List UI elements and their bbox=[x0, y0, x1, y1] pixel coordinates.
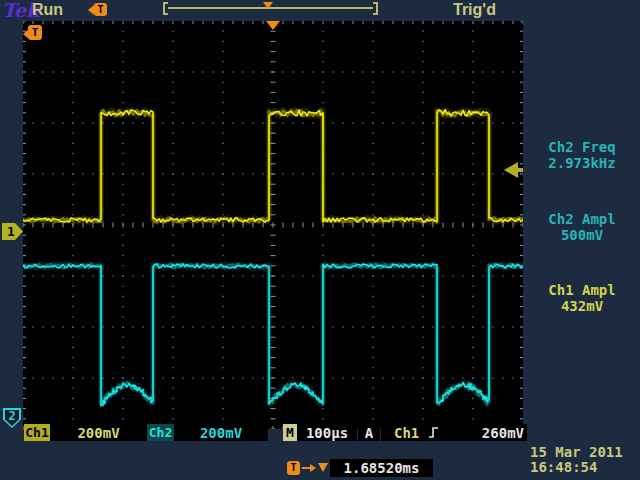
acquisition-window-bar bbox=[163, 2, 378, 16]
measurement-value: 500mV bbox=[524, 227, 640, 243]
right-arrow-head-icon bbox=[310, 464, 316, 472]
measurement-ch2-ampl: Ch2 Ampl 500mV bbox=[524, 211, 640, 243]
scope-screen: T bbox=[23, 21, 523, 429]
rising-edge-icon bbox=[428, 426, 439, 439]
offscreen-trigger-marker: T bbox=[23, 25, 43, 43]
timebase-badge: M bbox=[283, 424, 297, 441]
trigger-level-arrow-tail bbox=[517, 168, 523, 172]
ch1-ground-marker: 1 bbox=[2, 223, 23, 240]
acquire-mode-readout: A bbox=[358, 424, 380, 441]
waveform-display bbox=[23, 21, 523, 429]
trigger-level-value: 260mV bbox=[482, 424, 524, 442]
measurement-value: 432mV bbox=[524, 298, 640, 314]
date-display: 15 Mar 2011 bbox=[530, 445, 640, 460]
measurement-label: Ch1 Ampl bbox=[524, 282, 640, 298]
measurement-label: Ch2 Ampl bbox=[524, 211, 640, 227]
right-bracket-icon bbox=[373, 2, 378, 15]
trigger-position-indicator: T bbox=[88, 3, 108, 17]
trigger-t-icon: T bbox=[28, 25, 42, 40]
time-display: 16:48:54 bbox=[530, 460, 640, 475]
trigger-readout: Ch1 260mV bbox=[381, 424, 527, 441]
trigger-level-arrow-icon bbox=[504, 162, 518, 178]
measurement-ch2-freq: Ch2 Freq 2.973kHz bbox=[524, 139, 640, 171]
ch2-scale-readout: 200mV bbox=[174, 424, 268, 441]
trigger-source: Ch1 bbox=[394, 424, 419, 442]
measurement-value: 2.973kHz bbox=[524, 155, 640, 171]
down-triangle-icon bbox=[318, 463, 328, 472]
oscilloscope-display: Tek Run T Trig'd T 1 2 Ch2 Freq 2.973kHz bbox=[0, 0, 640, 480]
right-arrow-icon bbox=[302, 467, 310, 469]
ch1-badge: Ch1 bbox=[24, 424, 50, 441]
trigger-position-triangle-icon bbox=[263, 2, 273, 9]
datetime-display: 15 Mar 2011 16:48:54 bbox=[530, 445, 640, 475]
trigger-t-icon: T bbox=[287, 461, 300, 475]
measurement-ch1-ampl: Ch1 Ampl 432mV bbox=[524, 282, 640, 314]
ch2-ground-marker-label: 2 bbox=[5, 410, 19, 426]
trigger-delay-value: 1.68520ms bbox=[330, 459, 433, 477]
trigger-t-icon: T bbox=[94, 3, 107, 16]
ch2-badge: Ch2 bbox=[147, 424, 174, 441]
timebase-readout: 100µs bbox=[297, 424, 357, 441]
ch1-scale-readout: 200mV bbox=[50, 424, 147, 441]
trigger-status: Trig'd bbox=[453, 1, 496, 19]
measurement-label: Ch2 Freq bbox=[524, 139, 640, 155]
acquisition-status: Run bbox=[32, 1, 63, 19]
ch2-ground-marker: 2 bbox=[3, 408, 21, 428]
